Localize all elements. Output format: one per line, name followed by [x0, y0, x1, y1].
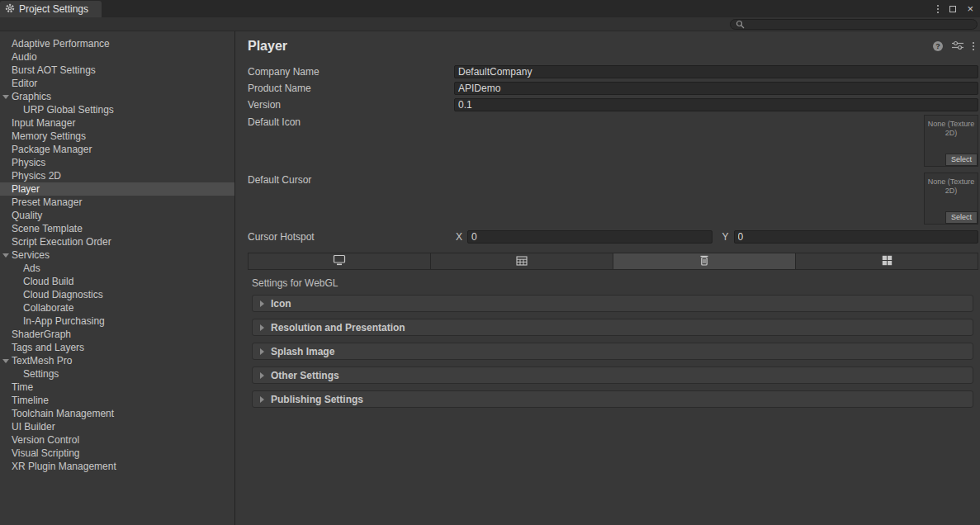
gear-icon: [5, 3, 15, 16]
sidebar-item-urp-global-settings[interactable]: URP Global Settings: [0, 103, 234, 116]
sidebar-item-graphics[interactable]: Graphics: [0, 90, 234, 103]
sidebar-item-label: Audio: [12, 51, 37, 63]
platform-tab-webgl[interactable]: [613, 253, 796, 269]
foldout-icon[interactable]: Icon: [252, 295, 973, 312]
default-icon-select-button[interactable]: Select: [945, 154, 978, 166]
panel-header: Player ?: [248, 38, 978, 54]
platform-tab-standalone[interactable]: [249, 253, 431, 269]
product-name-row: Product Name: [248, 82, 978, 95]
maximize-icon[interactable]: [949, 6, 956, 12]
default-cursor-label: Default Cursor: [248, 173, 454, 225]
company-name-input[interactable]: [454, 65, 978, 78]
default-cursor-select-button[interactable]: Select: [945, 211, 978, 224]
company-name-label: Company Name: [248, 66, 454, 78]
player-settings-panel: Player ? Company Na: [235, 31, 980, 525]
sidebar-item-label: Player: [12, 183, 40, 195]
sidebar-item-collaborate[interactable]: Collaborate: [0, 301, 234, 315]
sidebar-item-visual-scripting[interactable]: Visual Scripting: [0, 447, 234, 460]
sidebar-item-timeline[interactable]: Timeline: [0, 394, 234, 407]
sidebar-item-physics-2d[interactable]: Physics 2D: [0, 169, 234, 182]
foldout-resolution-and-presentation[interactable]: Resolution and Presentation: [252, 319, 973, 336]
hotspot-y-input[interactable]: [734, 230, 978, 244]
default-icon-label: Default Icon: [248, 115, 454, 167]
sidebar-item-quality[interactable]: Quality: [0, 209, 234, 222]
foldout-expanded-icon[interactable]: [2, 359, 9, 363]
settings-sidebar: Adaptive PerformanceAudioBurst AOT Setti…: [0, 31, 235, 525]
sidebar-item-input-manager[interactable]: Input Manager: [0, 116, 234, 130]
sidebar-item-physics[interactable]: Physics: [0, 156, 234, 169]
sidebar-item-label: Cloud Build: [23, 276, 73, 287]
sidebar-item-scene-template[interactable]: Scene Template: [0, 222, 234, 235]
foldout-collapsed-icon: [260, 324, 264, 331]
foldout-label: Resolution and Presentation: [271, 322, 405, 333]
sidebar-item-label: Version Control: [12, 434, 79, 446]
standalone-icon: [333, 254, 346, 269]
sidebar-item-textmesh-pro[interactable]: TextMesh Pro: [0, 354, 234, 367]
product-name-label: Product Name: [248, 83, 454, 94]
sidebar-item-label: ShaderGraph: [12, 329, 71, 340]
sidebar-item-label: Time: [12, 381, 33, 393]
sidebar-item-script-execution-order[interactable]: Script Execution Order: [0, 235, 234, 248]
panel-header-icons: ?: [933, 39, 974, 54]
platform-tab-dashboard[interactable]: [431, 253, 613, 269]
default-cursor-object-field[interactable]: None (Texture 2D) Select: [924, 173, 978, 225]
hotspot-x-label: X: [456, 231, 462, 243]
sidebar-item-ads[interactable]: Ads: [0, 262, 234, 275]
sidebar-item-label: Timeline: [12, 395, 49, 406]
sidebar-item-services[interactable]: Services: [0, 248, 234, 262]
sidebar-item-shadergraph[interactable]: ShaderGraph: [0, 328, 234, 341]
foldout-expanded-icon[interactable]: [2, 253, 9, 258]
sidebar-item-label: Ads: [23, 262, 40, 274]
search-box[interactable]: [730, 19, 978, 30]
window-tab-title: Project Settings: [19, 3, 88, 15]
default-icon-row: Default Icon None (Texture 2D) Select: [248, 115, 978, 167]
sidebar-item-preset-manager[interactable]: Preset Manager: [0, 196, 234, 209]
sidebar-item-label: Cloud Diagnostics: [23, 289, 103, 300]
product-name-input[interactable]: [454, 82, 978, 95]
sidebar-item-audio[interactable]: Audio: [0, 50, 234, 64]
sidebar-item-label: Quality: [12, 210, 42, 221]
sidebar-item-memory-settings[interactable]: Memory Settings: [0, 130, 234, 143]
version-input[interactable]: [454, 98, 978, 111]
sidebar-item-ui-builder[interactable]: UI Builder: [0, 420, 234, 433]
foldout-other-settings[interactable]: Other Settings: [252, 367, 973, 384]
sidebar-item-package-manager[interactable]: Package Manager: [0, 143, 234, 156]
sidebar-item-xr-plugin-management[interactable]: XR Plugin Management: [0, 460, 234, 473]
sidebar-item-tags-and-layers[interactable]: Tags and Layers: [0, 341, 234, 354]
foldout-sections: IconResolution and PresentationSplash Im…: [248, 295, 978, 408]
foldout-publishing-settings[interactable]: Publishing Settings: [252, 390, 973, 408]
sidebar-item-adaptive-performance[interactable]: Adaptive Performance: [0, 37, 234, 50]
close-icon[interactable]: ×: [967, 3, 973, 14]
webgl-icon: [699, 254, 709, 269]
sidebar-item-label: Scene Template: [12, 223, 83, 234]
sidebar-item-label: Settings: [23, 368, 59, 380]
foldout-splash-image[interactable]: Splash Image: [252, 343, 973, 360]
default-cursor-row: Default Cursor None (Texture 2D) Select: [248, 173, 978, 225]
presets-icon[interactable]: [952, 39, 963, 54]
sidebar-item-version-control[interactable]: Version Control: [0, 433, 234, 447]
search-input[interactable]: [748, 20, 972, 29]
sidebar-item-in-app-purchasing[interactable]: In-App Purchasing: [0, 315, 234, 328]
sidebar-item-player[interactable]: Player: [0, 182, 234, 196]
sidebar-item-label: Input Manager: [12, 117, 75, 129]
sidebar-item-settings[interactable]: Settings: [0, 367, 234, 381]
window-menu-icon[interactable]: [937, 5, 939, 13]
help-icon[interactable]: ?: [933, 41, 943, 51]
foldout-collapsed-icon: [260, 372, 264, 379]
sidebar-item-burst-aot-settings[interactable]: Burst AOT Settings: [0, 64, 234, 77]
platform-tab-windows-store[interactable]: [796, 253, 978, 269]
foldout-expanded-icon[interactable]: [2, 95, 9, 99]
sidebar-item-toolchain-management[interactable]: Toolchain Management: [0, 407, 234, 420]
sidebar-item-time[interactable]: Time: [0, 381, 234, 394]
sidebar-item-cloud-build[interactable]: Cloud Build: [0, 275, 234, 288]
sidebar-item-cloud-diagnostics[interactable]: Cloud Diagnostics: [0, 288, 234, 301]
project-settings-tab[interactable]: Project Settings: [0, 1, 102, 17]
sidebar-item-label: Collaborate: [23, 302, 73, 314]
window-controls: ×: [937, 0, 973, 17]
sidebar-item-label: Physics 2D: [12, 170, 61, 182]
more-options-icon[interactable]: [973, 42, 974, 50]
sidebar-item-editor[interactable]: Editor: [0, 77, 234, 90]
default-icon-object-field[interactable]: None (Texture 2D) Select: [924, 115, 978, 167]
hotspot-x-input[interactable]: [467, 230, 712, 244]
sidebar-item-label: Preset Manager: [12, 196, 82, 208]
